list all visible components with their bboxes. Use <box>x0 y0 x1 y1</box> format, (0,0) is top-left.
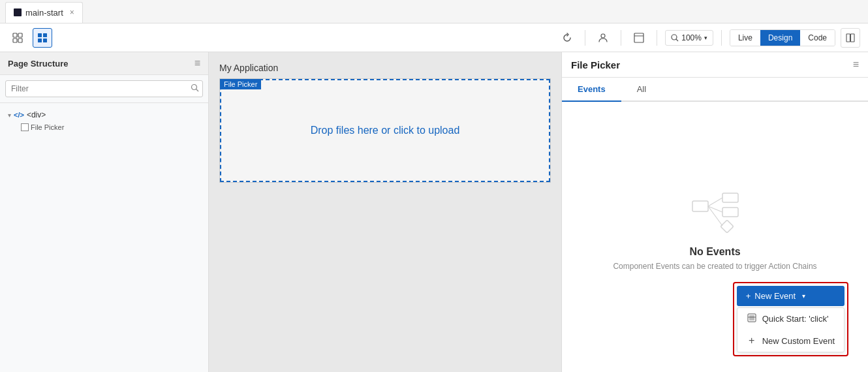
tab-label: main-start <box>25 8 63 18</box>
refresh-button[interactable] <box>557 28 577 48</box>
search-icon <box>191 84 199 94</box>
svg-point-8 <box>601 34 605 38</box>
person-icon <box>598 33 608 43</box>
right-panel-menu-icon[interactable]: ≡ <box>853 59 859 70</box>
zoom-arrow: ▾ <box>704 35 707 41</box>
quick-start-label: Quick Start: 'click' <box>762 314 829 324</box>
file-picker-icon <box>21 123 29 131</box>
file-picker-tree-item[interactable]: File Picker <box>18 121 67 133</box>
new-event-dropdown-open: + New Event ▾ <box>733 282 848 356</box>
no-events-title: No Events <box>689 246 740 258</box>
svg-line-16 <box>196 89 199 92</box>
filter-input-wrap <box>5 80 203 97</box>
tab-events[interactable]: Events <box>562 78 621 102</box>
layout-icon-button[interactable] <box>629 28 649 48</box>
tree-arrow-icon: ▾ <box>8 112 11 119</box>
main-tab[interactable]: main-start × <box>5 2 83 23</box>
svg-rect-20 <box>721 220 734 233</box>
svg-rect-1 <box>18 33 22 37</box>
drop-files-text: Drop files here or click to upload <box>311 125 460 136</box>
new-event-arrow-icon: ▾ <box>802 292 805 300</box>
canvas-file-picker-badge: File Picker <box>220 79 261 89</box>
view-mode-group: Live Design Code <box>730 29 835 46</box>
svg-rect-14 <box>851 34 855 42</box>
tree-root-label: <div> <box>27 110 46 119</box>
live-button[interactable]: Live <box>730 30 760 46</box>
svg-line-21 <box>708 198 722 206</box>
page-tab-icon <box>14 8 22 16</box>
puzzle-icon-button[interactable] <box>8 28 27 48</box>
code-button[interactable]: Code <box>800 30 835 46</box>
grid-icon-button[interactable] <box>33 28 52 48</box>
refresh-icon <box>562 33 572 43</box>
page-structure-title: Page Structure <box>8 59 68 69</box>
svg-rect-5 <box>43 33 47 37</box>
page-structure-menu-icon[interactable]: ≡ <box>194 57 200 69</box>
no-events-desc: Component Events can be created to trigg… <box>613 262 816 271</box>
svg-rect-25 <box>749 315 754 320</box>
tree-child-item[interactable]: File Picker <box>18 121 203 133</box>
divider-3 <box>657 30 657 46</box>
puzzle-icon <box>12 33 23 43</box>
new-event-plus: + <box>746 291 751 301</box>
new-event-label: New Event <box>754 291 796 301</box>
new-event-dropdown-menu: Quick Start: 'click' + New Custom Event <box>737 307 845 352</box>
filter-input[interactable] <box>5 80 203 97</box>
new-custom-event-item[interactable]: + New Custom Event <box>737 330 844 352</box>
svg-rect-2 <box>13 39 17 42</box>
file-picker-component[interactable]: Drop files here or click to upload <box>220 79 550 182</box>
svg-rect-17 <box>692 201 708 211</box>
svg-line-12 <box>676 39 678 41</box>
center-panel: My Application File Picker Drop files he… <box>209 52 561 372</box>
canvas-area[interactable]: File Picker Drop files here or click to … <box>219 78 551 183</box>
svg-rect-3 <box>18 39 22 42</box>
toolbar: 100% ▾ Live Design Code <box>0 23 868 52</box>
zoom-icon <box>671 34 679 42</box>
page-structure-header: Page Structure ≡ <box>0 52 208 75</box>
svg-rect-7 <box>43 39 47 42</box>
filter-bar <box>0 75 208 103</box>
main-layout: Page Structure ≡ ▾ </> <div> <box>0 52 868 372</box>
right-panel-content: No Events Component Events can be create… <box>562 102 868 372</box>
svg-point-11 <box>672 35 677 40</box>
split-icon <box>846 33 855 42</box>
person-icon-button[interactable] <box>593 28 613 48</box>
no-events-icon <box>689 188 741 236</box>
tree-area: ▾ </> <div> File Picker <box>0 103 208 372</box>
toolbar-right: 100% ▾ Live Design Code <box>557 28 860 48</box>
split-view-button[interactable] <box>841 28 860 48</box>
right-panel-tabs: Events All <box>562 78 868 102</box>
events-diagram-icon <box>689 188 741 234</box>
svg-point-15 <box>192 85 197 90</box>
grid-icon <box>37 33 48 43</box>
app-name: My Application <box>219 63 551 73</box>
divider-1 <box>585 30 585 46</box>
plus-icon: + <box>747 335 757 347</box>
svg-rect-6 <box>38 39 42 42</box>
divider-2 <box>621 30 621 46</box>
zoom-level: 100% <box>681 33 702 42</box>
svg-rect-19 <box>722 208 738 217</box>
svg-rect-18 <box>722 193 738 202</box>
layout-icon <box>634 33 644 43</box>
new-custom-event-label: New Custom Event <box>762 336 835 346</box>
tab-all[interactable]: All <box>621 78 662 102</box>
right-panel-header: File Picker ≡ <box>562 52 868 78</box>
left-panel: Page Structure ≡ ▾ </> <div> <box>0 52 209 372</box>
quick-start-item[interactable]: Quick Start: 'click' <box>737 308 844 330</box>
svg-rect-4 <box>38 33 42 37</box>
divider-4 <box>721 30 722 46</box>
tab-close-button[interactable]: × <box>70 8 74 17</box>
svg-rect-9 <box>634 33 643 42</box>
tree-root-item[interactable]: ▾ </> <div> <box>5 108 203 121</box>
quick-start-icon <box>747 313 757 324</box>
zoom-button[interactable]: 100% ▾ <box>665 30 713 46</box>
svg-rect-0 <box>13 33 17 37</box>
design-button[interactable]: Design <box>760 30 800 46</box>
tree-tag: </> <box>14 111 24 119</box>
right-panel-title: File Picker <box>571 59 620 70</box>
file-picker-label: File Picker <box>31 123 64 131</box>
new-event-container: + New Event ▾ <box>733 282 848 356</box>
new-event-button[interactable]: + New Event ▾ <box>737 286 845 306</box>
tab-bar: main-start × <box>0 0 868 23</box>
